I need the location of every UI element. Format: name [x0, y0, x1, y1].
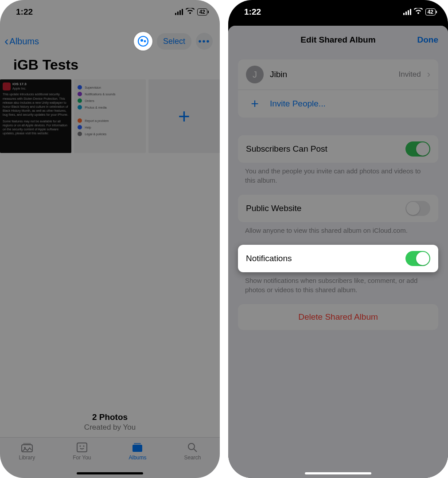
- notifications-footer: Show notifications when subscribers like…: [228, 272, 448, 294]
- svg-point-8: [83, 445, 84, 447]
- sheet-title: Edit Shared Album: [300, 35, 375, 45]
- svg-point-7: [79, 445, 81, 447]
- for-you-icon: [76, 442, 88, 453]
- notifications-toggle[interactable]: [405, 251, 430, 266]
- album-title: iGB Tests: [0, 53, 220, 79]
- member-status: Invited: [399, 70, 421, 79]
- cellular-icon: [403, 9, 411, 15]
- library-icon: [21, 442, 33, 453]
- wifi-icon: [186, 8, 195, 17]
- ellipsis-icon: •••: [198, 36, 210, 47]
- member-row[interactable]: J Jibin Invited ›: [238, 59, 438, 90]
- svg-point-11: [188, 443, 195, 450]
- svg-line-12: [194, 449, 197, 452]
- back-label: Albums: [9, 36, 39, 47]
- notifications-row: Notifications: [238, 245, 438, 272]
- home-indicator[interactable]: [305, 472, 371, 474]
- status-time: 1:22: [244, 7, 261, 17]
- public-website-group: Public Website: [238, 195, 438, 222]
- phone-left-albums: 1:22 42 ‹ Albums: [0, 0, 220, 478]
- photo-grid: iOS 17.3 Apple Inc. This update introduc…: [0, 79, 220, 153]
- chevron-right-icon: ›: [427, 69, 430, 80]
- svg-rect-9: [132, 445, 142, 452]
- public-website-toggle[interactable]: [405, 201, 430, 216]
- back-button[interactable]: ‹ Albums: [4, 35, 39, 47]
- shared-album-people-button[interactable]: [134, 32, 152, 51]
- public-website-row: Public Website: [238, 195, 438, 222]
- plus-icon: +: [178, 104, 190, 128]
- album-footer: 2 Photos Created by You: [0, 412, 220, 437]
- photo-thumbnail[interactable]: Supervision Notifications & sounds Order…: [74, 79, 145, 153]
- subscribers-toggle[interactable]: [405, 141, 430, 157]
- invite-people-row[interactable]: + Invite People...: [238, 90, 438, 118]
- svg-point-2: [144, 40, 146, 43]
- subscribers-footer: You and the people you invite can add ph…: [228, 163, 448, 185]
- cellular-icon: [175, 9, 183, 15]
- avatar: J: [246, 66, 264, 83]
- status-bar: 1:22 42: [228, 0, 448, 24]
- photo-count: 2 Photos: [0, 412, 220, 422]
- nav-bar: ‹ Albums Select •••: [0, 24, 220, 53]
- svg-rect-10: [134, 443, 141, 444]
- members-group: J Jibin Invited › + Invite People...: [238, 59, 438, 118]
- created-by: Created by You: [0, 423, 220, 432]
- plus-icon: +: [246, 96, 264, 111]
- tab-library[interactable]: Library: [19, 442, 35, 461]
- phone-right-edit-shared-album: 1:22 42 Edit Shared Album Done J Jibin I…: [228, 0, 448, 478]
- invite-label: Invite People...: [270, 99, 326, 109]
- svg-point-0: [138, 36, 148, 46]
- notifications-group: Notifications: [238, 245, 438, 272]
- tab-search[interactable]: Search: [184, 442, 201, 461]
- status-time: 1:22: [16, 7, 33, 17]
- member-name: Jibin: [270, 70, 393, 79]
- tab-albums[interactable]: Albums: [129, 442, 146, 461]
- select-button[interactable]: Select: [157, 33, 191, 50]
- battery-icon: 42: [197, 8, 207, 16]
- wifi-icon: [414, 8, 423, 17]
- delete-shared-album-button[interactable]: Delete Shared Album: [238, 304, 438, 330]
- search-icon: [187, 442, 198, 453]
- edit-shared-album-sheet: Edit Shared Album Done J Jibin Invited ›…: [228, 26, 448, 478]
- home-indicator[interactable]: [77, 472, 143, 474]
- chevron-left-icon: ‹: [4, 35, 8, 47]
- app-badge-icon: [3, 82, 11, 90]
- add-photo-tile[interactable]: +: [148, 79, 220, 153]
- people-share-icon: [137, 35, 149, 47]
- svg-point-1: [140, 39, 143, 42]
- sheet-header: Edit Shared Album Done: [228, 27, 448, 52]
- albums-icon: [131, 442, 144, 453]
- done-button[interactable]: Done: [417, 35, 439, 45]
- photo-thumbnail[interactable]: iOS 17.3 Apple Inc. This update introduc…: [0, 79, 71, 153]
- battery-icon: 42: [425, 8, 436, 16]
- more-button[interactable]: •••: [196, 33, 213, 50]
- subscribers-can-post-row: Subscribers Can Post: [238, 135, 438, 163]
- status-bar: 1:22 42: [0, 0, 220, 24]
- subscribers-group: Subscribers Can Post: [238, 135, 438, 163]
- svg-rect-4: [23, 443, 31, 444]
- public-website-footer: Allow anyone to view this shared album o…: [228, 222, 448, 235]
- svg-rect-6: [77, 443, 87, 452]
- tab-for-you[interactable]: For You: [73, 442, 91, 461]
